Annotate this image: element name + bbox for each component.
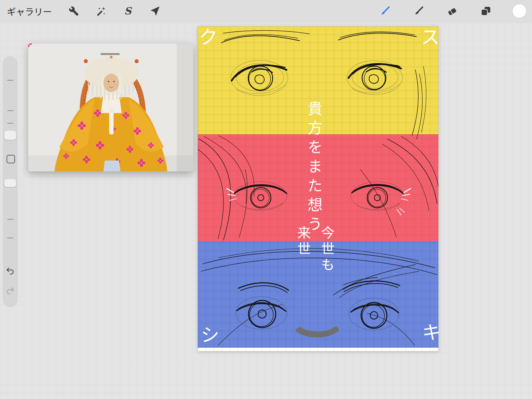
transform-arrow-icon: [150, 6, 160, 16]
magic-wand-icon: [96, 6, 106, 16]
opacity-slider[interactable]: [3, 170, 18, 248]
transform-button[interactable]: [146, 3, 163, 20]
reference-window[interactable]: [28, 44, 193, 171]
selection-s-icon: S: [124, 6, 131, 16]
paint-brush-icon: [380, 6, 390, 17]
eraser-tool-button[interactable]: [444, 3, 461, 20]
layers-icon: [480, 6, 491, 17]
canvas-band-yellow: [198, 26, 438, 134]
redo-button[interactable]: [6, 287, 15, 296]
tool-sidebar: [3, 56, 18, 307]
gallery-button[interactable]: ギャラリー: [7, 5, 52, 18]
brush-size-handle[interactable]: [4, 131, 16, 140]
smudge-icon: [413, 6, 424, 17]
wrench-icon: [69, 6, 79, 16]
selection-button[interactable]: S: [119, 3, 136, 20]
eraser-icon: [447, 6, 458, 17]
slider-tick: [7, 123, 13, 124]
slider-tick: [7, 110, 13, 111]
color-swatch-button[interactable]: [512, 4, 526, 18]
slider-tick: [7, 237, 13, 238]
top-toolbar: ギャラリー S: [0, 0, 532, 22]
actions-button[interactable]: [65, 3, 82, 20]
redo-icon: [6, 286, 15, 296]
reference-drag-handle[interactable]: [101, 53, 120, 55]
canvas-band-blue: [198, 241, 438, 348]
canvas-band-red: [198, 134, 438, 241]
modify-button[interactable]: [7, 155, 15, 163]
brush-size-slider[interactable]: [3, 56, 18, 146]
drawing-canvas[interactable]: ク ス シ キ 貴方をまた想う 今世も 来世: [198, 26, 438, 351]
opacity-handle[interactable]: [4, 179, 16, 187]
slider-tick: [7, 219, 13, 220]
undo-icon: [6, 267, 15, 276]
reference-photo: [28, 44, 193, 171]
adjustments-button[interactable]: [92, 3, 109, 20]
undo-button[interactable]: [6, 267, 15, 276]
paint-tool-button[interactable]: [377, 3, 393, 20]
procreate-workspace: ギャラリー S: [0, 0, 532, 399]
layers-button[interactable]: [477, 3, 494, 20]
smudge-tool-button[interactable]: [410, 3, 427, 20]
slider-tick: [7, 80, 13, 81]
